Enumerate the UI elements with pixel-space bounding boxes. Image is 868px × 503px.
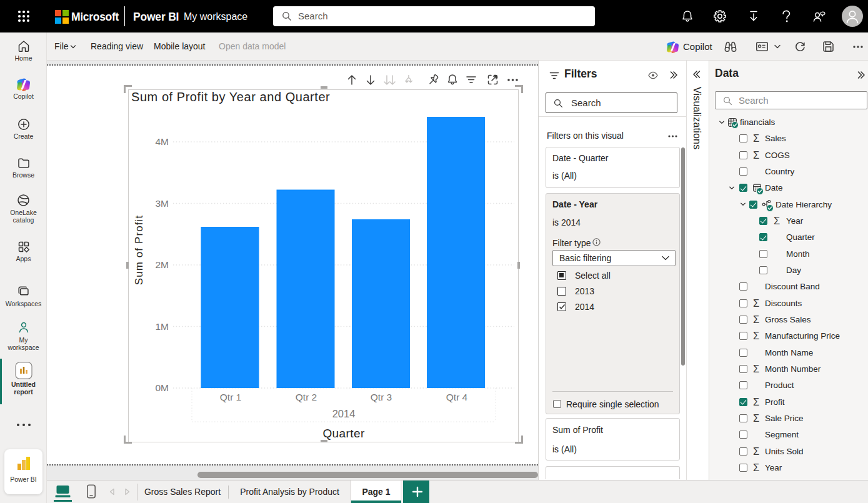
- svg-text:Quarter: Quarter: [322, 427, 364, 440]
- svg-text:4M: 4M: [155, 136, 169, 147]
- svg-text:2014: 2014: [332, 408, 356, 419]
- svg-text:Sum of Profit: Sum of Profit: [133, 215, 145, 286]
- svg-text:3M: 3M: [155, 198, 169, 209]
- svg-text:Qtr 2: Qtr 2: [296, 392, 317, 402]
- svg-text:1M: 1M: [155, 321, 169, 332]
- svg-text:2M: 2M: [155, 259, 169, 270]
- svg-text:0M: 0M: [155, 382, 169, 393]
- svg-text:Qtr 3: Qtr 3: [371, 392, 392, 402]
- svg-text:Qtr 4: Qtr 4: [446, 392, 468, 402]
- svg-text:Qtr 1: Qtr 1: [220, 392, 241, 402]
